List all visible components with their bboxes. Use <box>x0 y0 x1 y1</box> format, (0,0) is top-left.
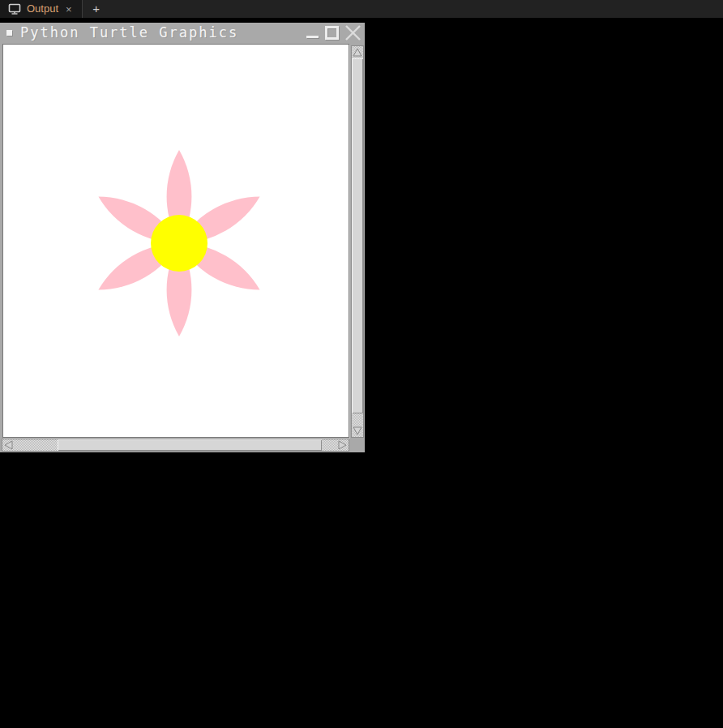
vertical-scrollbar <box>351 45 364 438</box>
maximize-button[interactable] <box>325 26 339 40</box>
scroll-right-button[interactable] <box>336 439 349 451</box>
window-title: Python Turtle Graphics <box>20 24 306 41</box>
scroll-down-button[interactable] <box>352 425 363 437</box>
window-controls <box>306 24 362 41</box>
left-arrow-icon <box>4 440 13 450</box>
turtle-canvas <box>2 44 349 438</box>
tab-close-icon[interactable]: × <box>64 3 74 15</box>
new-tab-button[interactable]: + <box>83 0 110 18</box>
tab-bar: Output × + <box>0 0 723 18</box>
scroll-left-button[interactable] <box>2 439 15 451</box>
horizontal-scroll-track[interactable] <box>15 439 336 451</box>
right-arrow-icon <box>338 440 347 450</box>
tab-output[interactable]: Output × <box>0 0 82 18</box>
minimize-button[interactable] <box>306 25 319 40</box>
window-title-bar[interactable]: Python Turtle Graphics <box>0 23 365 42</box>
up-arrow-icon <box>353 48 362 57</box>
minimize-icon <box>306 36 319 38</box>
horizontal-scroll-thumb[interactable] <box>58 439 322 451</box>
close-icon <box>346 26 360 40</box>
tab-output-label: Output <box>27 0 58 18</box>
window-menu-icon[interactable] <box>6 30 12 36</box>
horizontal-scrollbar <box>2 439 349 452</box>
vertical-scroll-track[interactable] <box>352 58 363 425</box>
vertical-scroll-thumb[interactable] <box>352 58 363 413</box>
monitor-icon <box>8 3 21 15</box>
turtle-graphics-window: Python Turtle Graphics <box>0 23 365 452</box>
scroll-up-button[interactable] <box>352 46 363 58</box>
down-arrow-icon <box>353 426 362 435</box>
flower-drawing <box>3 45 349 437</box>
close-button[interactable] <box>344 24 362 41</box>
